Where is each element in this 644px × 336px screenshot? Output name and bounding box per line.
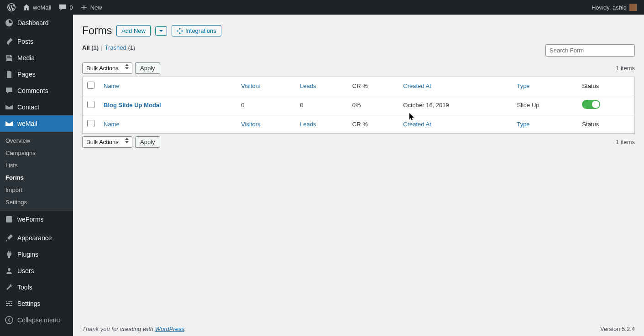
sidebar-item-contact[interactable]: Contact bbox=[0, 99, 73, 115]
search-input[interactable] bbox=[545, 44, 635, 57]
status-toggle[interactable] bbox=[582, 100, 600, 109]
add-new-button[interactable]: Add New bbox=[116, 25, 151, 36]
wordpress-link[interactable]: WordPress bbox=[155, 326, 184, 332]
new-content-link[interactable]: New bbox=[77, 0, 106, 15]
pin-icon bbox=[5, 37, 14, 46]
apply-button-top[interactable]: Apply bbox=[135, 62, 160, 74]
col-name[interactable]: Name bbox=[99, 77, 236, 95]
row-type: Slide Up bbox=[512, 95, 577, 115]
sidebar-item-label: Comments bbox=[17, 87, 48, 94]
page-icon bbox=[5, 70, 14, 79]
version-label: Version 5.2.4 bbox=[600, 326, 635, 332]
dashboard-icon bbox=[5, 18, 14, 27]
sidebar-item-label: weForms bbox=[17, 216, 44, 223]
sidebar-item-posts[interactable]: Posts bbox=[0, 33, 73, 50]
sidebar-item-media[interactable]: Media bbox=[0, 50, 73, 66]
select-all-top[interactable] bbox=[87, 82, 94, 89]
submenu-item-lists[interactable]: Lists bbox=[0, 159, 73, 171]
col-leads[interactable]: Leads bbox=[295, 115, 348, 134]
wordpress-icon bbox=[7, 3, 16, 11]
submenu-item-campaigns[interactable]: Campaigns bbox=[0, 147, 73, 159]
sidebar-item-label: Users bbox=[17, 267, 34, 274]
integrations-button[interactable]: Integrations bbox=[172, 25, 221, 36]
mail-icon bbox=[5, 103, 14, 112]
col-cr: CR % bbox=[348, 115, 399, 134]
col-visitors[interactable]: Visitors bbox=[236, 115, 295, 134]
user-icon bbox=[5, 266, 14, 275]
plus-icon bbox=[80, 4, 88, 11]
table-row: Blog Slide Up Modal 0 0 0% October 16, 2… bbox=[83, 95, 635, 115]
sidebar-item-collapse[interactable]: Collapse menu bbox=[0, 312, 73, 328]
filter-trashed[interactable]: Trashed (1) bbox=[105, 44, 136, 51]
col-created-at[interactable]: Created At bbox=[398, 77, 512, 95]
add-new-dropdown-button[interactable] bbox=[155, 26, 167, 36]
admin-bar: weMail 0 New Howdy, ashiq bbox=[0, 0, 644, 15]
col-type[interactable]: Type bbox=[512, 115, 577, 134]
apply-button-bottom[interactable]: Apply bbox=[135, 136, 160, 148]
caret-down-icon bbox=[159, 29, 163, 33]
sidebar-item-label: Plugins bbox=[17, 251, 38, 258]
footer-text: Thank you for creating with WordPress. bbox=[82, 326, 186, 332]
submenu-item-import[interactable]: Import bbox=[0, 184, 73, 196]
select-all-bottom[interactable] bbox=[87, 120, 94, 127]
avatar bbox=[629, 4, 637, 11]
comments-link[interactable]: 0 bbox=[55, 0, 76, 15]
bulk-actions-select-top[interactable]: Bulk Actions bbox=[82, 62, 132, 74]
admin-sidebar: Dashboard Posts Media Pages Comments Con… bbox=[0, 15, 73, 336]
row-title-link[interactable]: Blog Slide Up Modal bbox=[104, 102, 161, 109]
sidebar-item-label: Posts bbox=[17, 38, 33, 45]
sidebar-item-comments[interactable]: Comments bbox=[0, 83, 73, 99]
bulk-actions-select-bottom[interactable]: Bulk Actions bbox=[82, 136, 132, 148]
brush-icon bbox=[5, 233, 14, 243]
sidebar-item-label: Contact bbox=[17, 103, 39, 111]
comments-count: 0 bbox=[69, 4, 73, 11]
col-type[interactable]: Type bbox=[512, 77, 577, 95]
col-leads[interactable]: Leads bbox=[295, 77, 348, 95]
collapse-icon bbox=[5, 315, 14, 325]
sidebar-item-pages[interactable]: Pages bbox=[0, 66, 73, 83]
sidebar-item-wemail[interactable]: weMail bbox=[0, 115, 73, 132]
sidebar-item-dashboard[interactable]: Dashboard bbox=[0, 15, 73, 31]
sidebar-item-plugins[interactable]: Plugins bbox=[0, 246, 73, 263]
col-visitors[interactable]: Visitors bbox=[236, 77, 295, 95]
account-link[interactable]: Howdy, ashiq bbox=[588, 0, 640, 15]
col-status: Status bbox=[577, 77, 634, 95]
site-name-link[interactable]: weMail bbox=[19, 0, 55, 15]
sidebar-item-label: Tools bbox=[17, 284, 32, 291]
submenu-item-forms[interactable]: Forms bbox=[0, 171, 73, 184]
page-header: Forms Add New Integrations bbox=[82, 25, 635, 37]
col-created-at[interactable]: Created At bbox=[398, 115, 512, 134]
wemail-icon bbox=[5, 119, 14, 128]
sidebar-item-label: Dashboard bbox=[17, 19, 49, 26]
sidebar-item-label: Settings bbox=[17, 300, 41, 307]
comment-icon bbox=[58, 3, 67, 11]
filter-all[interactable]: All (1) bbox=[82, 44, 99, 51]
sidebar-item-settings[interactable]: Settings bbox=[0, 295, 73, 312]
wp-logo[interactable] bbox=[4, 0, 19, 15]
row-created-at: October 16, 2019 bbox=[398, 95, 512, 115]
search-box bbox=[545, 44, 635, 57]
sidebar-item-appearance[interactable]: Appearance bbox=[0, 230, 73, 246]
wemail-submenu: Overview Campaigns Lists Forms Import Se… bbox=[0, 132, 73, 211]
svg-point-2 bbox=[5, 316, 13, 324]
submenu-item-settings[interactable]: Settings bbox=[0, 196, 73, 208]
weforms-icon bbox=[5, 215, 14, 224]
sidebar-item-users[interactable]: Users bbox=[0, 263, 73, 279]
col-cr: CR % bbox=[348, 77, 399, 95]
col-name[interactable]: Name bbox=[99, 115, 236, 134]
submenu-item-overview[interactable]: Overview bbox=[0, 134, 73, 147]
wp-footer: Thank you for creating with WordPress. V… bbox=[73, 322, 644, 336]
page-title: Forms bbox=[82, 25, 112, 37]
sidebar-item-weforms[interactable]: weForms bbox=[0, 211, 73, 227]
row-checkbox[interactable] bbox=[87, 101, 94, 108]
filter-row: All (1) | Trashed (1) bbox=[82, 44, 635, 60]
home-icon bbox=[23, 4, 30, 11]
wrench-icon bbox=[5, 283, 14, 292]
col-status: Status bbox=[577, 115, 634, 134]
tablenav-top: Bulk Actions Apply 1 items bbox=[82, 62, 635, 74]
row-visitors: 0 bbox=[236, 95, 295, 115]
sidebar-item-label: Pages bbox=[17, 71, 36, 78]
sidebar-item-tools[interactable]: Tools bbox=[0, 279, 73, 295]
row-cr: 0% bbox=[348, 95, 399, 115]
forms-table: Name Visitors Leads CR % Created At Type… bbox=[82, 77, 635, 134]
